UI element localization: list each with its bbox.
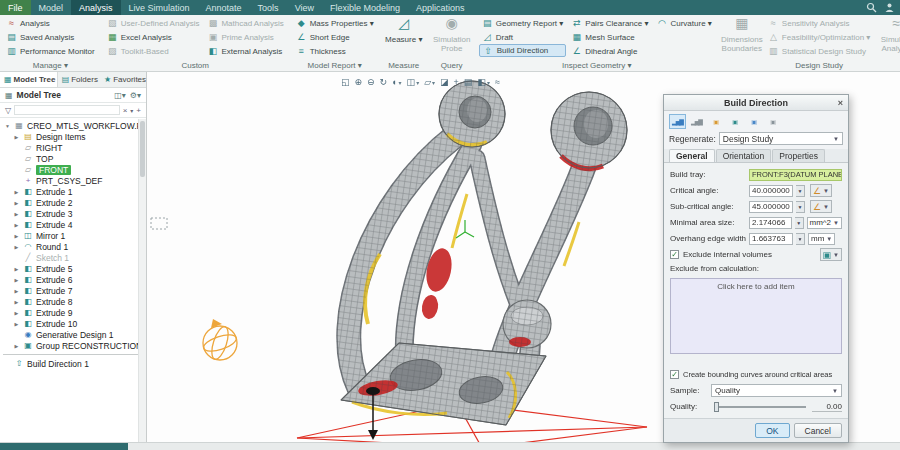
ribbon-toolkit-based[interactable]: ▨ Toolkit-Based [104, 44, 203, 58]
tree-item-group-reconstruction[interactable]: ▶ ▣ Group RECONSTRUCTION [0, 340, 146, 351]
tree-item-extrude-2[interactable]: ▶ ◧ Extrude 2 [0, 197, 146, 208]
overhang-width-unit-select[interactable]: mm ▼ [808, 233, 835, 245]
dialog-tab-properties[interactable]: Properties [772, 149, 825, 162]
expand-arrow[interactable]: ▶ [13, 277, 20, 283]
tree-item-extrude-4[interactable]: ▶ ◧ Extrude 4 [0, 219, 146, 230]
dialog-volumes-icon[interactable]: ▣ [745, 114, 762, 129]
tab-view[interactable]: View [287, 0, 322, 15]
dialog-surfaces-icon[interactable]: ▣ [726, 114, 743, 129]
minimal-area-spinner[interactable]: ▼ [795, 217, 804, 229]
expand-arrow[interactable]: ▶ [13, 189, 20, 195]
critical-angle-reference-select[interactable]: ∠ ▼ [810, 184, 832, 197]
panel-tab-model-tree[interactable]: ▦ Model Tree [0, 72, 58, 87]
quality-slider[interactable] [714, 406, 806, 408]
ribbon-mathcad-analysis[interactable]: ▩ Mathcad Analysis [204, 16, 286, 30]
sub-critical-angle-input[interactable]: 45.000000 [749, 201, 793, 213]
tree-item-generative-design-1[interactable]: ◉ Generative Design 1 [0, 329, 146, 340]
expand-arrow[interactable]: ▶ [13, 244, 20, 250]
add-filter-icon[interactable]: + [136, 106, 141, 115]
sub-critical-angle-reference-select[interactable]: ∠ ▼ [810, 200, 832, 213]
ribbon-external-analysis[interactable]: ◧ External Analysis [204, 44, 286, 58]
panel-tab-folders[interactable]: ▤ Folders [58, 72, 100, 87]
ribbon-user-defined-analysis[interactable]: ▧ User-Defined Analysis [104, 16, 203, 30]
ribbon-saved-analysis[interactable]: ▤ Saved Analysis [3, 30, 98, 44]
exclude-internal-checkbox[interactable]: ✓ [670, 250, 679, 259]
tree-settings-dropdown-icon[interactable]: ⚙▾ [130, 91, 141, 100]
spin-center-icon[interactable]: + [452, 75, 461, 89]
tree-item-part-root[interactable]: ▼ ▦ CREO_MTLS_WORKFLOW.PRT [0, 120, 146, 131]
expand-arrow[interactable]: ▼ [4, 123, 11, 129]
dialog-titlebar[interactable]: × Build Direction × [664, 95, 848, 111]
tab-analysis[interactable]: Analysis [71, 0, 121, 15]
tree-scrollbar[interactable] [138, 119, 146, 442]
ribbon-group-label-manage[interactable]: Manage ▾ [3, 60, 98, 71]
sub-critical-angle-spinner[interactable]: ▼ [796, 201, 805, 213]
tree-search-input[interactable] [14, 105, 119, 115]
ribbon-geometry-report[interactable]: ▤ Geometry Report ▾ [479, 16, 567, 30]
annotation-display-icon[interactable]: ◪ [438, 75, 451, 89]
section-view-icon[interactable]: ◧ ▾ [475, 75, 492, 89]
tab-live-simulation[interactable]: Live Simulation [121, 0, 198, 15]
shading-style-icon[interactable]: ◐ ▾ [390, 75, 403, 89]
quality-slider-thumb[interactable] [714, 402, 719, 412]
tree-item-csys[interactable]: + PRT_CSYS_DEF [0, 175, 146, 186]
ribbon-short-edge[interactable]: ∠ Short Edge [293, 30, 377, 44]
tree-item-extrude-1[interactable]: ▶ ◧ Extrude 1 [0, 186, 146, 197]
expand-arrow[interactable]: ▶ [13, 310, 20, 316]
tab-applications[interactable]: Applications [408, 0, 473, 15]
tree-item-front-plane[interactable]: ▱ FRONT [0, 164, 146, 175]
ribbon-performance-monitor[interactable]: ▥ Performance Monitor [3, 44, 98, 58]
dialog-tray-icon[interactable]: ▣ [707, 114, 724, 129]
ribbon-dihedral-angle[interactable]: ∠ Dihedral Angle [568, 44, 651, 58]
tab-flexible-modeling[interactable]: Flexible Modeling [322, 0, 408, 15]
ribbon-curvature[interactable]: ◠ Curvature ▾ [653, 16, 714, 30]
tree-item-extrude-5[interactable]: ▶ ◧ Extrude 5 [0, 263, 146, 274]
tree-display-dropdown-icon[interactable]: ◫▾ [114, 91, 126, 100]
ribbon-analysis[interactable]: ≈ Analysis [3, 16, 98, 30]
panel-tab-favorites[interactable]: ★ Favorites [100, 72, 146, 87]
tree-item-round-1[interactable]: ▶ ◠ Round 1 [0, 241, 146, 252]
regenerate-select[interactable]: Design Study ▼ [719, 132, 843, 145]
ribbon-draft[interactable]: ◿ Draft [479, 30, 567, 44]
critical-angle-input[interactable]: 40.000000 [749, 185, 793, 197]
cancel-button[interactable]: Cancel [794, 423, 842, 438]
overhang-width-spinner[interactable]: ▼ [796, 233, 805, 245]
tab-model[interactable]: Model [31, 0, 72, 15]
ribbon-build-direction[interactable]: ⇧ Build Direction [479, 44, 567, 57]
expand-arrow[interactable]: ▶ [13, 134, 20, 140]
tree-item-sketch-1[interactable]: ╱ Sketch 1 [0, 252, 146, 263]
overhang-width-input[interactable]: 1.663763 [749, 233, 793, 245]
tree-scrollbar-thumb[interactable] [140, 121, 145, 177]
critical-angle-spinner[interactable]: ▼ [796, 185, 805, 197]
ribbon-mesh-surface[interactable]: ▦ Mesh Surface [568, 30, 651, 44]
zoom-in-icon[interactable]: ⊕ [353, 75, 365, 89]
ribbon-group-label-model-report[interactable]: Model Report ▾ [293, 60, 377, 71]
ribbon-mass-properties[interactable]: ◆ Mass Properties ▾ [293, 16, 377, 30]
tree-item-extrude-6[interactable]: ▶ ◧ Extrude 6 [0, 274, 146, 285]
zoom-out-icon[interactable]: ⊖ [365, 75, 377, 89]
ribbon-group-label-custom[interactable]: Custom [104, 60, 287, 71]
ribbon-sensitivity-analysis[interactable]: ≈ Sensitivity Analysis [765, 16, 874, 30]
dialog-results-chart-icon[interactable]: ▂▅▇ [669, 114, 686, 129]
ribbon-prime-analysis[interactable]: ▣ Prime Analysis [204, 30, 286, 44]
dialog-options-icon[interactable]: ▣ [764, 114, 781, 129]
dialog-tab-orientation[interactable]: Orientation [716, 149, 772, 162]
expand-arrow[interactable]: ▶ [13, 288, 20, 294]
tab-file[interactable]: File [0, 0, 31, 15]
ribbon-feasibility-optimization[interactable]: △ Feasibility/Optimization ▾ [765, 30, 874, 44]
refit-icon[interactable]: ◱ [339, 75, 352, 89]
simulation-display-icon[interactable]: ≈ [493, 75, 502, 89]
tree-item-extrude-8[interactable]: ▶ ◧ Extrude 8 [0, 296, 146, 307]
command-search-icon[interactable] [866, 2, 877, 13]
minimal-area-input[interactable]: 2.174066 [749, 217, 792, 229]
exclude-internal-volume-select[interactable]: ▣ ▼ [820, 248, 842, 261]
expand-arrow[interactable]: ▶ [13, 222, 20, 228]
tree-item-top-plane[interactable]: ▱ TOP [0, 153, 146, 164]
dialog-tab-general[interactable]: General [669, 149, 715, 162]
expand-arrow[interactable]: ▶ [13, 299, 20, 305]
dialog-secondary-chart-icon[interactable]: ▂▅▇ [688, 114, 705, 129]
ok-button[interactable]: OK [755, 423, 789, 438]
tree-item-mirror-1[interactable]: ▶ ◫ Mirror 1 [0, 230, 146, 241]
repaint-icon[interactable]: ↻ [378, 75, 390, 89]
filter-funnel-icon[interactable]: ▽ [5, 106, 11, 115]
